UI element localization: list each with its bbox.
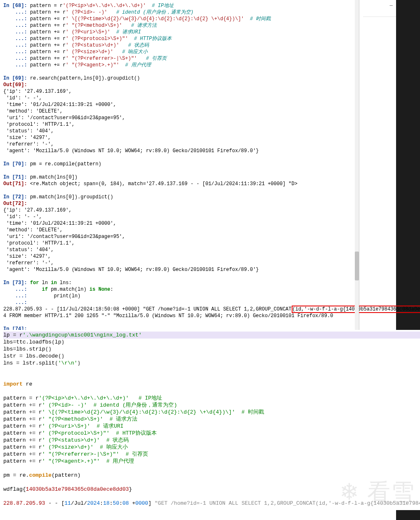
- console-scrollbar[interactable]: [355, 0, 359, 330]
- cell-70[interactable]: In [70]: pm = re.compile(pattern): [3, 161, 356, 167]
- cell-71[interactable]: In [71]: pm.match(lns[0]) Out[71]: <re.M…: [3, 174, 356, 187]
- out-prompt-71: Out[71]:: [3, 181, 30, 187]
- in-prompt-68: In [68]:: [3, 3, 30, 9]
- ipython-console-pane[interactable]: In [68]: pattern = r'(?P<ip>\d+\.\d+\.\d…: [0, 0, 359, 330]
- out-prompt-72: Out[72]:: [3, 201, 27, 207]
- cell-73[interactable]: In [73]: for ln in lns: ...: if pm.match…: [3, 280, 356, 319]
- scrollbar-thumb[interactable]: [355, 252, 359, 280]
- selected-line[interactable]: lp = rlp = r'.\wangdingcup\misc001\nginx…: [3, 332, 420, 339]
- in-prompt-69: In [69]:: [3, 75, 30, 81]
- cell-72[interactable]: In [72]: pm.match(lns[0]).groupdict() Ou…: [3, 194, 356, 273]
- in-prompt-71: In [71]:: [3, 174, 30, 180]
- in-prompt-73: In [73]:: [3, 280, 30, 286]
- cell-69[interactable]: In [69]: re.search(pattern,lns[0]).group…: [3, 75, 356, 154]
- in-prompt-72: In [72]:: [3, 194, 30, 200]
- minimize-button[interactable]: —: [385, 2, 397, 11]
- cell-68[interactable]: In [68]: pattern = r'(?P<ip>\d+\.\d+\.\d…: [3, 2, 356, 68]
- in-prompt-70: In [70]:: [3, 161, 30, 167]
- out-prompt-69: Out[69]:: [3, 82, 27, 88]
- watermark-kanxue: ❄ 看雪: [340, 489, 415, 495]
